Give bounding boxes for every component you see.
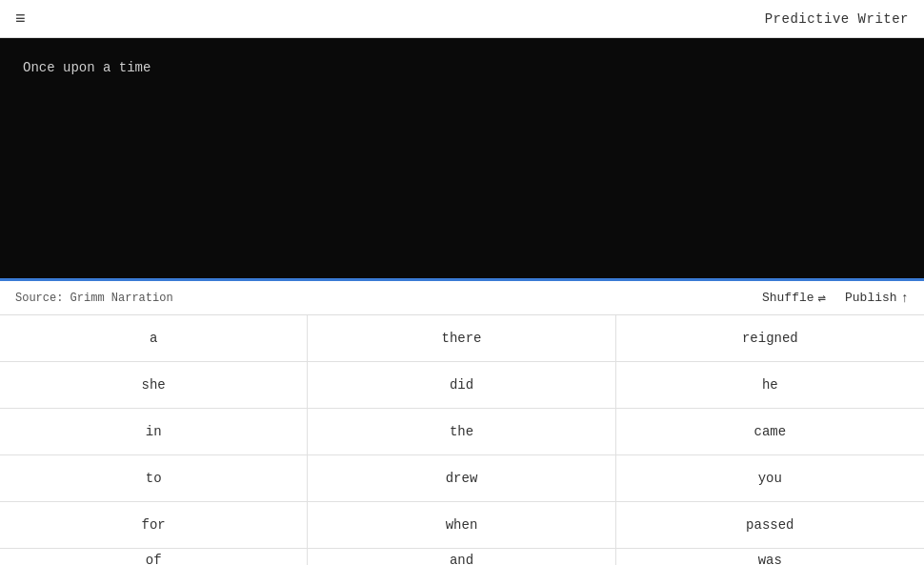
word-cell[interactable]: you [616, 455, 924, 501]
word-cell[interactable]: she [0, 362, 308, 408]
word-cell[interactable]: the [308, 409, 615, 454]
publish-button[interactable]: Publish [845, 291, 909, 306]
word-grid: atherereignedshedidheinthecametodrewyouf… [0, 315, 924, 565]
editor-text: Once upon a time [23, 57, 901, 78]
word-cell-partial[interactable]: and [308, 549, 615, 565]
word-cell[interactable]: reigned [616, 315, 924, 361]
header: ≡ Predictive Writer [0, 0, 924, 38]
shuffle-icon [818, 290, 826, 306]
word-cell[interactable]: came [616, 409, 924, 454]
word-cell[interactable]: passed [616, 502, 924, 548]
source-label: Source: Grimm Narration [15, 292, 173, 305]
word-cell-partial[interactable]: of [0, 549, 308, 565]
shuffle-button[interactable]: Shuffle [762, 290, 826, 306]
editor-area[interactable]: Once upon a time [0, 38, 924, 281]
editor-bottom-bar: Source: Grimm Narration Shuffle Publish [0, 281, 924, 315]
word-cell[interactable]: there [308, 315, 615, 361]
word-cell[interactable]: did [308, 362, 615, 408]
app-title: Predictive Writer [765, 11, 909, 27]
table-row: atherereigned [0, 315, 924, 362]
word-cell[interactable]: for [0, 502, 308, 548]
table-row: forwhenpassed [0, 502, 924, 549]
table-row: shedidhe [0, 362, 924, 409]
table-row-partial: ofandwas [0, 549, 924, 565]
word-cell-partial[interactable]: was [616, 549, 924, 565]
table-row: todrewyou [0, 455, 924, 502]
word-cell[interactable]: he [616, 362, 924, 408]
word-cell[interactable]: drew [308, 455, 615, 501]
publish-icon [901, 291, 909, 306]
editor-actions: Shuffle Publish [762, 290, 909, 306]
table-row: inthecame [0, 409, 924, 455]
word-cell[interactable]: in [0, 409, 308, 454]
word-cell[interactable]: a [0, 315, 308, 361]
word-cell[interactable]: to [0, 455, 308, 501]
word-cell[interactable]: when [308, 502, 615, 548]
shuffle-label: Shuffle [762, 291, 814, 305]
menu-icon[interactable]: ≡ [15, 10, 26, 29]
publish-label: Publish [845, 291, 897, 305]
